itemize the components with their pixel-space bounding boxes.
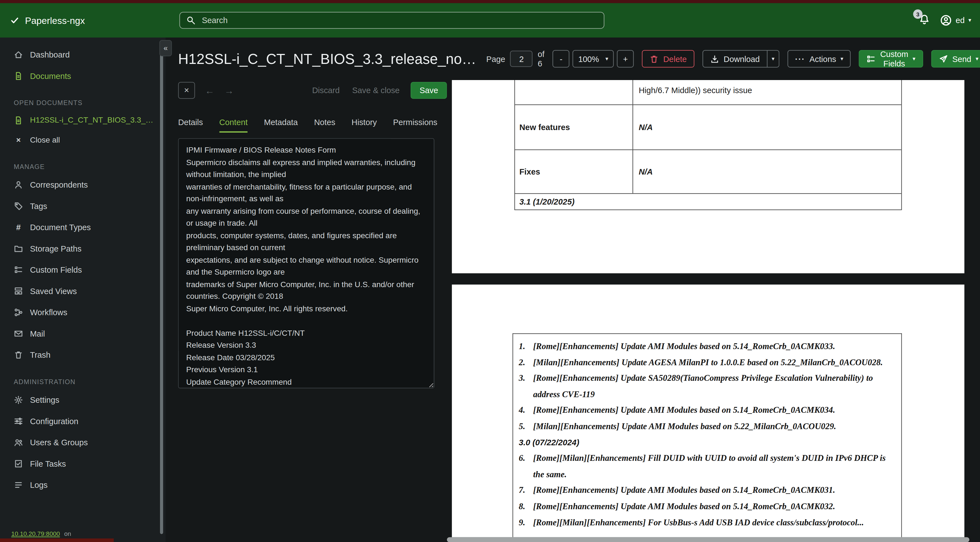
sidebar-item-saved-views[interactable]: Saved Views	[0, 280, 165, 301]
tab-history[interactable]: History	[352, 118, 377, 132]
topbar-right: 3 ed ▾	[919, 14, 980, 27]
tab-notes[interactable]: Notes	[314, 118, 335, 132]
sidebar-item-document-types[interactable]: # Document Types	[0, 217, 165, 238]
previous-document-icon[interactable]: ←	[205, 85, 215, 95]
search-input[interactable]	[200, 15, 598, 26]
save-and-close-button[interactable]: Save & close	[346, 85, 406, 95]
chevron-down-icon: ▾	[913, 56, 915, 61]
tab-metadata[interactable]: Metadata	[264, 118, 298, 132]
notification-badge: 3	[913, 10, 923, 19]
host-suffix: on	[64, 530, 71, 537]
list-item: 3.[Rome][Enhancements] Update SA50289(Ti…	[519, 370, 891, 402]
next-document-icon[interactable]: →	[224, 85, 234, 95]
tab-details[interactable]: Details	[178, 118, 203, 132]
sidebar-item-file-tasks[interactable]: File Tasks	[0, 453, 165, 474]
open-document-label: H12SSL-i_C_CT_NT_BIOS_3.3_rel...	[30, 116, 155, 124]
workflow-icon	[14, 308, 23, 317]
save-button[interactable]: Save	[411, 82, 447, 99]
content-row: × ← → Discard Save & close Save Details …	[178, 80, 980, 542]
sidebar-item-settings[interactable]: Settings	[0, 389, 165, 411]
notifications-button[interactable]: 3	[919, 14, 930, 27]
user-menu-button[interactable]: ed ▾	[940, 14, 971, 26]
sidebar-item-storage-paths[interactable]: Storage Paths	[0, 238, 165, 259]
paperless-logo-icon	[10, 16, 19, 25]
sidebar-item-dashboard[interactable]: Dashboard	[0, 44, 165, 65]
custom-fields-icon	[866, 54, 876, 64]
brand-home-link[interactable]: Paperless-ngx	[0, 15, 165, 26]
custom-fields-button[interactable]: Custom Fields ▾	[859, 50, 923, 67]
sidebar-item-label: Users & Groups	[30, 437, 88, 447]
person-icon	[14, 180, 23, 189]
zoom-level-value: 100%	[578, 54, 599, 64]
release-notes-list: 1.[Rome][Enhancements] Update AMI Module…	[512, 333, 902, 537]
sidebar-item-label: Documents	[30, 71, 71, 80]
list-item: 7.[Rome][Enhancements] Update AMI Module…	[519, 483, 891, 499]
version-heading: 3.0 (07/22/2024)	[519, 434, 891, 451]
sidebar-item-workflows[interactable]: Workflows	[0, 301, 165, 323]
sidebar: Dashboard Documents OPEN DOCUMENTS H12SS…	[0, 38, 165, 542]
sidebar-collapse-button[interactable]: «	[159, 40, 172, 56]
edit-toolbar: × ← → Discard Save & close Save	[178, 81, 447, 99]
close-icon: ×	[14, 136, 23, 145]
sidebar-item-label: Logs	[30, 480, 48, 489]
list-item: 9.[Rome][Milan][Enhancements] For UsbBus…	[519, 515, 891, 531]
sidebar-item-custom-fields[interactable]: Custom Fields	[0, 259, 165, 281]
sidebar-item-correspondents[interactable]: Correspondents	[0, 174, 165, 195]
page-total: of 6	[538, 49, 544, 69]
sidebar-item-logs[interactable]: Logs	[0, 474, 165, 496]
global-search	[180, 12, 605, 29]
close-all-button[interactable]: × Close all	[0, 130, 165, 150]
sidebar-item-configuration[interactable]: Configuration	[0, 410, 165, 432]
trash-icon	[14, 350, 23, 359]
table-row: 3.1 (1/20/2025)	[515, 194, 901, 210]
custom-fields-icon	[14, 265, 23, 274]
sidebar-item-users-groups[interactable]: Users & Groups	[0, 432, 165, 453]
sidebar-item-label: Settings	[30, 395, 59, 405]
content-textarea[interactable]: IPMI Firmware / BIOS Release Notes Form …	[178, 138, 434, 388]
sidebar-footer: 10.10.20.79:8000 on	[11, 530, 71, 537]
download-button[interactable]: Download	[703, 50, 767, 67]
zoom-in-button[interactable]: +	[617, 50, 634, 67]
page-label: Page	[487, 54, 505, 64]
close-all-label: Close all	[30, 136, 60, 145]
preview-horizontal-scrollbar[interactable]	[447, 537, 969, 542]
sidebar-item-documents[interactable]: Documents	[0, 65, 165, 86]
table-row: New features N/A	[515, 105, 901, 150]
actions-button[interactable]: ··· Actions ▾	[788, 50, 851, 67]
list-item: 2.[Milan][Enhancements] Update AGESA Mil…	[519, 354, 891, 370]
host-link[interactable]: 10.10.20.79:8000	[11, 530, 60, 537]
open-documents-heading: OPEN DOCUMENTS	[14, 99, 166, 107]
sidebar-scrollbar[interactable]	[160, 43, 163, 534]
zoom-out-button[interactable]: -	[552, 50, 570, 67]
chevron-down-icon: ▾	[606, 56, 608, 61]
sidebar-item-label: Mail	[30, 328, 45, 338]
document-title: H12SSL-i_C_CT_NT_BIOS_3.3_release_notes	[178, 50, 478, 67]
sidebar-item-label: Configuration	[30, 416, 78, 426]
tab-content[interactable]: Content	[219, 118, 248, 132]
table-cell: New features	[515, 105, 633, 150]
send-button[interactable]: Send ▾	[931, 50, 980, 67]
page-number-input[interactable]	[510, 51, 533, 67]
zoom-level-select[interactable]: 100% ▾	[573, 50, 614, 67]
close-document-button[interactable]: ×	[178, 82, 195, 99]
sidebar-item-label: Saved Views	[30, 286, 77, 295]
download-dropdown-button[interactable]: ▾	[767, 50, 780, 67]
release-notes-table: High/6.7 Middle)) security issue New fea…	[514, 80, 902, 210]
sidebar-item-trash[interactable]: Trash	[0, 344, 165, 365]
sidebar-item-label: Correspondents	[30, 180, 88, 189]
open-document-item[interactable]: H12SSL-i_C_CT_NT_BIOS_3.3_rel...	[0, 110, 165, 130]
sidebar-item-label: Tags	[30, 201, 47, 210]
delete-label: Delete	[663, 54, 687, 64]
trash-icon	[649, 54, 659, 64]
send-icon	[939, 54, 948, 64]
send-label: Send	[952, 54, 971, 64]
tab-permissions[interactable]: Permissions	[393, 118, 437, 132]
custom-fields-label: Custom Fields	[880, 49, 908, 69]
home-icon	[14, 50, 23, 59]
sidebar-item-tags[interactable]: Tags	[0, 195, 165, 217]
discard-button[interactable]: Discard	[306, 85, 346, 95]
sidebar-item-mail[interactable]: Mail	[0, 323, 165, 344]
delete-button[interactable]: Delete	[642, 50, 694, 67]
app-screen: Paperless-ngx 3 ed ▾ Dashboard	[0, 0, 980, 542]
tasks-icon	[14, 459, 23, 468]
